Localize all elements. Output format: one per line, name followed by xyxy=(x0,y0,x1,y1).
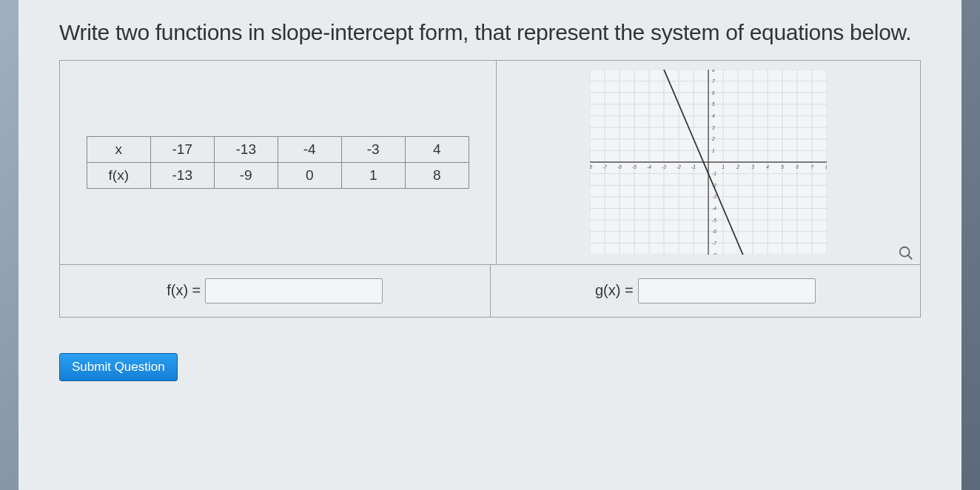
cell: 4 xyxy=(405,136,469,162)
coordinate-graph[interactable]: -8-7-6-5-4-3-2-112345678-8-7-6-5-4-3-2-1… xyxy=(590,70,827,255)
cell: 0 xyxy=(278,162,341,188)
answer-pane-g: g(x) = xyxy=(491,265,921,317)
svg-text:3: 3 xyxy=(712,125,715,130)
cell: -3 xyxy=(341,136,405,162)
table-row: f(x) -13 -9 0 1 8 xyxy=(87,162,469,188)
svg-line-69 xyxy=(908,255,913,259)
svg-text:6: 6 xyxy=(712,90,715,95)
svg-text:7: 7 xyxy=(810,164,813,170)
function-table: x -17 -13 -4 -3 4 f(x) -13 -9 0 1 xyxy=(87,136,469,189)
cell: -13 xyxy=(214,136,278,162)
question-prompt: Write two functions in slope-intercept f… xyxy=(59,19,921,47)
svg-text:5: 5 xyxy=(781,164,784,170)
zoom-icon[interactable] xyxy=(898,245,914,261)
svg-text:-5: -5 xyxy=(632,164,637,170)
svg-text:-3: -3 xyxy=(712,194,716,199)
cell: -13 xyxy=(150,162,214,188)
svg-text:8: 8 xyxy=(825,164,827,170)
cell: 1 xyxy=(341,162,405,188)
f-input[interactable] xyxy=(205,278,383,303)
row-header-x: x xyxy=(87,136,150,162)
svg-text:4: 4 xyxy=(712,113,715,118)
cell: -4 xyxy=(278,136,341,162)
svg-point-68 xyxy=(900,246,910,256)
svg-text:2: 2 xyxy=(711,136,715,141)
svg-text:7: 7 xyxy=(712,78,715,84)
table-row: x -17 -13 -4 -3 4 xyxy=(87,136,469,162)
svg-text:-6: -6 xyxy=(712,229,716,234)
svg-text:8: 8 xyxy=(712,70,715,73)
svg-text:6: 6 xyxy=(796,164,799,170)
g-input[interactable] xyxy=(638,278,816,303)
svg-text:4: 4 xyxy=(766,164,769,170)
svg-text:-4: -4 xyxy=(647,164,651,170)
cell: 8 xyxy=(405,162,469,188)
svg-text:2: 2 xyxy=(736,164,739,170)
cell: -17 xyxy=(150,136,214,162)
g-label: g(x) = xyxy=(595,282,634,299)
svg-text:1: 1 xyxy=(722,164,725,170)
svg-text:-5: -5 xyxy=(712,218,716,223)
svg-text:-8: -8 xyxy=(590,164,592,170)
svg-text:-7: -7 xyxy=(712,241,716,246)
f-label: f(x) = xyxy=(167,282,201,299)
answer-pane-f: f(x) = xyxy=(60,265,491,317)
svg-text:5: 5 xyxy=(712,101,715,107)
graph-pane: -8-7-6-5-4-3-2-112345678-8-7-6-5-4-3-2-1… xyxy=(497,61,921,264)
svg-text:3: 3 xyxy=(751,164,754,170)
cell: -9 xyxy=(214,162,278,188)
svg-text:-7: -7 xyxy=(603,164,607,170)
svg-text:-3: -3 xyxy=(662,164,666,170)
svg-text:-2: -2 xyxy=(677,164,681,170)
svg-text:-1: -1 xyxy=(712,171,716,176)
submit-button[interactable]: Submit Question xyxy=(59,353,178,381)
svg-text:1: 1 xyxy=(712,148,715,153)
svg-text:-6: -6 xyxy=(617,164,622,170)
row-header-fx: f(x) xyxy=(87,162,150,188)
svg-text:-8: -8 xyxy=(712,252,716,255)
table-pane: x -17 -13 -4 -3 4 f(x) -13 -9 0 1 xyxy=(60,61,497,264)
problem-container: x -17 -13 -4 -3 4 f(x) -13 -9 0 1 xyxy=(59,60,921,318)
svg-text:-1: -1 xyxy=(691,164,696,170)
svg-text:-4: -4 xyxy=(712,206,716,211)
